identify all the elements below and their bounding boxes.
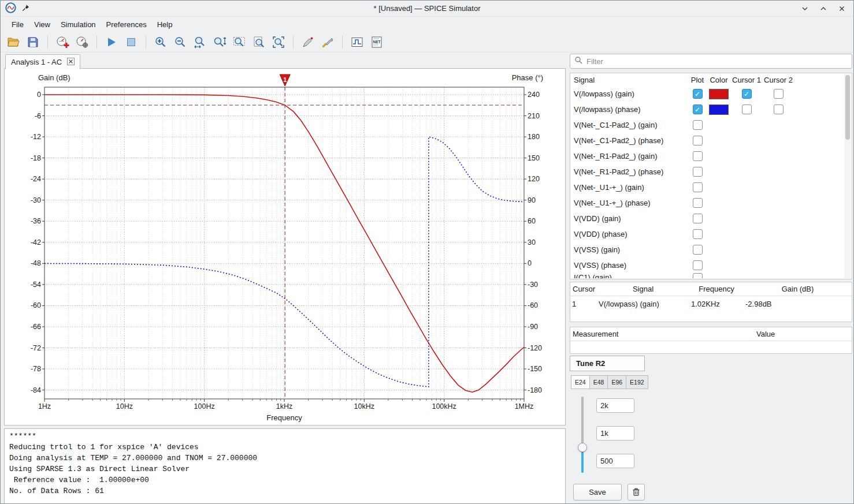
signal-name: V(Net-_C1-Pad2_) (phase) [570, 136, 688, 145]
tune-button[interactable] [320, 34, 336, 50]
save-button[interactable]: Save [573, 484, 622, 501]
signal-row[interactable]: V(VDD) (phase) [570, 226, 844, 242]
plot-checkbox[interactable] [693, 273, 703, 278]
signal-row[interactable]: V(VSS) (gain) [570, 242, 844, 257]
eseries-tab-e192[interactable]: E192 [626, 375, 648, 389]
maximize-button[interactable] [819, 4, 828, 13]
signal-row[interactable]: V(Net-_U1-+_) (gain) [570, 180, 844, 195]
filter-input[interactable] [586, 57, 848, 66]
trash-icon [631, 486, 641, 498]
signal-row[interactable]: V(Net-_R1-Pad2_) (phase) [570, 164, 844, 180]
svg-text:150: 150 [528, 154, 540, 162]
zoom-in-button[interactable] [153, 34, 169, 50]
tune-slider-handle[interactable] [578, 443, 587, 452]
svg-text:100Hz: 100Hz [194, 402, 215, 410]
tune-slider[interactable] [577, 397, 588, 473]
cursor2-checkbox[interactable] [774, 104, 784, 114]
probe-button[interactable] [300, 34, 316, 50]
menu-view[interactable]: View [29, 18, 55, 31]
plot-checkbox[interactable] [693, 182, 703, 192]
cursors-column-header: Gain (dB) [744, 285, 852, 293]
signals-column-header: Signal [570, 76, 688, 84]
svg-text:-66: -66 [31, 323, 41, 331]
plot-checkbox[interactable] [693, 167, 703, 177]
cursors-column-header: Frequency [689, 285, 744, 293]
stop-simulation-button[interactable] [123, 34, 139, 50]
signal-row[interactable]: V(VSS) (phase) [570, 257, 844, 273]
svg-text:1Hz: 1Hz [38, 402, 51, 410]
minimize-button[interactable] [800, 4, 810, 13]
signal-row[interactable]: V(Net-_C1-Pad2_) (phase) [570, 133, 844, 148]
eseries-tab-e48[interactable]: E48 [589, 375, 608, 389]
zoom-fit-button[interactable] [270, 34, 287, 50]
plot-checkbox[interactable] [693, 104, 703, 114]
bode-plot[interactable]: 1Hz10Hz100Hz1kHz10kHz100kHz1MHz0-6-12-18… [5, 69, 565, 424]
plot-checkbox[interactable] [693, 151, 703, 161]
signal-row[interactable]: V(Net-_U1-+_) (phase) [570, 195, 844, 211]
zoom-vertical-button[interactable] [211, 34, 228, 50]
svg-text:1MHz: 1MHz [515, 402, 534, 410]
menu-file[interactable]: File [6, 18, 29, 31]
cursor2-checkbox[interactable] [774, 89, 784, 99]
menu-preferences[interactable]: Preferences [101, 18, 152, 31]
close-button[interactable] [837, 4, 846, 13]
signal-row[interactable]: V(VDD) (gain) [570, 211, 844, 226]
simulation-command-button[interactable] [74, 34, 90, 50]
plot-checkbox[interactable] [693, 136, 703, 145]
signal-row[interactable]: I(C1) (gain) [570, 273, 844, 278]
signals-column-header: Cursor 1 [730, 76, 763, 84]
plot-checkbox[interactable] [693, 198, 703, 208]
simulation-console[interactable]: ******Reducing trtol to 1 for xspice 'A'… [4, 428, 566, 504]
signal-row[interactable]: V(Net-_R1-Pad2_) (gain) [570, 148, 844, 164]
plot-grid [44, 87, 524, 399]
tune-value-field[interactable] [596, 426, 634, 440]
signal-filter[interactable] [570, 54, 852, 69]
plot-checkbox[interactable] [693, 229, 703, 239]
color-swatch[interactable] [709, 89, 729, 99]
plot-checkbox[interactable] [693, 260, 703, 270]
pin-icon[interactable] [21, 3, 30, 14]
eseries-tab-e96[interactable]: E96 [607, 375, 626, 389]
zoom-horizontal-button[interactable] [192, 34, 208, 50]
measurements-table-header: MeasurementValue [570, 327, 852, 341]
svg-text:-90: -90 [528, 323, 538, 331]
cursor1-checkbox[interactable] [742, 89, 752, 99]
menu-help[interactable]: Help [152, 18, 178, 31]
eseries-tab-e24[interactable]: E24 [571, 375, 590, 389]
signals-column-header: Color [707, 76, 730, 84]
delete-tune-button[interactable] [627, 484, 645, 501]
show-legend-button[interactable] [349, 34, 365, 50]
svg-text:180: 180 [528, 133, 540, 141]
cursor-row[interactable]: 1V(/lowpass) (gain)1.02KHz-2.98dB [570, 296, 852, 311]
plot-checkbox[interactable] [693, 89, 703, 99]
show-netlist-button[interactable]: NET [369, 34, 385, 50]
scrollbar-thumb[interactable] [845, 75, 850, 140]
plot-checkbox[interactable] [693, 245, 703, 255]
plot-checkbox[interactable] [693, 120, 703, 130]
signal-row[interactable]: V(/lowpass) (phase) [570, 102, 844, 117]
color-swatch[interactable] [709, 104, 729, 115]
menu-simulation[interactable]: Simulation [55, 18, 101, 31]
plot-checkbox[interactable] [693, 214, 703, 223]
svg-text:Phase (°): Phase (°) [512, 73, 543, 82]
signal-name: V(Net-_C1-Pad2_) (gain) [570, 121, 688, 129]
tune-max-field[interactable] [596, 398, 634, 413]
zoom-page-button[interactable] [251, 34, 267, 50]
cursor-signal: V(/lowpass) (gain) [597, 300, 689, 308]
tune-min-field[interactable] [596, 454, 634, 468]
zoom-selection-button[interactable] [231, 34, 247, 50]
run-simulation-button[interactable] [103, 34, 120, 50]
new-analysis-tab-button[interactable] [54, 34, 70, 50]
open-workbook-button[interactable] [5, 34, 21, 50]
measurements-column-header: Value [755, 330, 852, 338]
zoom-out-button[interactable] [172, 34, 188, 50]
tune-panel-title: Tune R2 [570, 356, 645, 371]
signal-row[interactable]: V(Net-_C1-Pad2_) (gain) [570, 117, 844, 133]
signals-scrollbar[interactable] [844, 74, 851, 278]
cursor1-checkbox[interactable] [742, 104, 752, 114]
tab-close-icon[interactable] [67, 58, 75, 67]
signal-row[interactable]: V(/lowpass) (gain) [570, 86, 844, 102]
plot-canvas-area[interactable]: 1Hz10Hz100Hz1kHz10kHz100kHz1MHz0-6-12-18… [4, 69, 566, 425]
save-workbook-button[interactable] [25, 34, 41, 50]
tab-analysis-1-ac[interactable]: Analysis 1 - AC [5, 54, 80, 69]
